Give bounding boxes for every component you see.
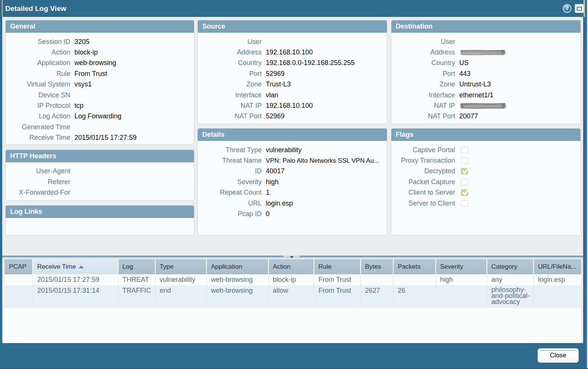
- svg-text:6: 6: [502, 50, 505, 56]
- svg-text:5: 5: [460, 103, 463, 109]
- svg-text:6: 6: [502, 103, 505, 109]
